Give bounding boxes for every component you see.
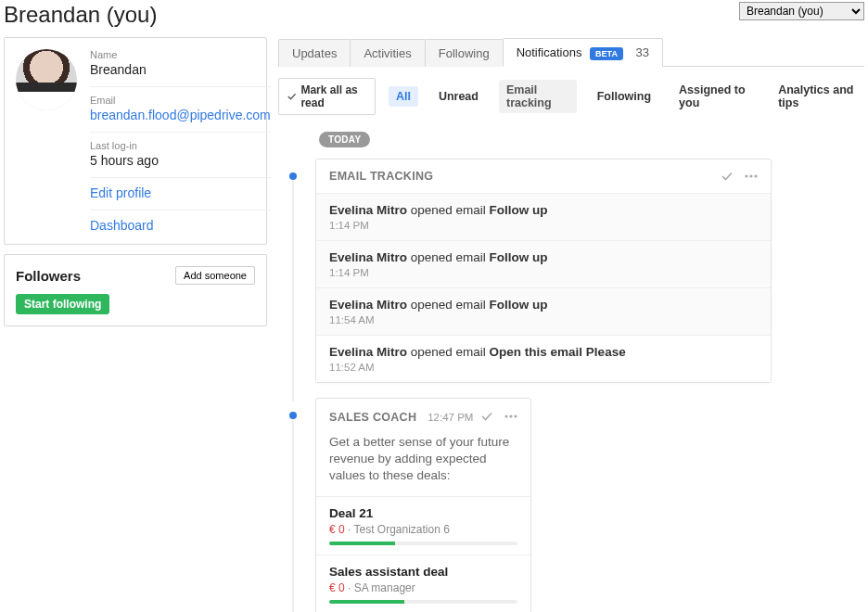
- filter-assigned[interactable]: Assigned to you: [671, 80, 758, 113]
- check-icon: [287, 91, 296, 102]
- mark-read-icon[interactable]: [721, 170, 734, 183]
- notifications-count: 33: [636, 45, 649, 59]
- event-text: Evelina Mitro opened email Open this ema…: [329, 345, 758, 359]
- sales-coach-card: SALES COACH 12:47 PM: [315, 398, 531, 612]
- mark-read-icon[interactable]: [480, 410, 493, 423]
- event-time: 11:52 AM: [329, 362, 758, 373]
- event-text: Evelina Mitro opened email Follow up: [329, 203, 758, 217]
- email-label: Email: [90, 95, 271, 106]
- deal-sub: € 0 · SA manager: [329, 581, 517, 594]
- svg-point-1: [749, 174, 752, 177]
- user-switcher-select[interactable]: Breandan (you): [739, 2, 864, 20]
- tab-notifications[interactable]: Notifications BETA 33: [503, 38, 663, 67]
- lastlogin-label: Last log-in: [90, 140, 271, 151]
- dashboard-link[interactable]: Dashboard: [90, 218, 154, 233]
- svg-point-3: [504, 414, 507, 417]
- event-time: 1:14 PM: [329, 220, 758, 231]
- deal-progress-bar: [329, 542, 517, 545]
- deal-progress-bar: [329, 600, 517, 604]
- svg-point-4: [509, 414, 512, 417]
- tab-activities[interactable]: Activities: [350, 39, 425, 67]
- unread-dot-icon: [289, 412, 297, 419]
- filter-all[interactable]: All: [389, 86, 418, 107]
- email-event-row[interactable]: Evelina Mitro opened email Open this ema…: [316, 335, 771, 382]
- followers-title: Followers: [16, 268, 81, 284]
- tab-updates[interactable]: Updates: [278, 39, 351, 67]
- beta-badge: BETA: [590, 47, 623, 60]
- mark-all-read-label: Mark all as read: [300, 83, 366, 109]
- deal-name: Sales assistant deal: [329, 565, 517, 579]
- svg-point-5: [514, 414, 517, 417]
- timeline-line: [292, 419, 294, 612]
- filter-following[interactable]: Following: [590, 86, 658, 107]
- coach-text: Get a better sense of your future revenu…: [329, 434, 517, 485]
- start-following-button[interactable]: Start following: [16, 294, 109, 314]
- deal-row[interactable]: Sales assistant deal€ 0 · SA manager: [316, 555, 530, 612]
- svg-point-2: [754, 174, 757, 177]
- email-event-row[interactable]: Evelina Mitro opened email Follow up1:14…: [316, 240, 771, 287]
- card-time: 12:47 PM: [428, 412, 473, 423]
- more-icon[interactable]: [504, 414, 517, 418]
- mark-all-read-button[interactable]: Mark all as read: [278, 78, 376, 115]
- deal-name: Deal 21: [329, 506, 517, 520]
- card-title: SALES COACH: [329, 411, 416, 424]
- edit-profile-link[interactable]: Edit profile: [90, 185, 151, 200]
- email-link[interactable]: breandan.flood@pipedrive.com: [90, 108, 271, 122]
- event-text: Evelina Mitro opened email Follow up: [329, 250, 758, 264]
- event-time: 1:14 PM: [329, 267, 758, 278]
- event-text: Evelina Mitro opened email Follow up: [329, 298, 758, 312]
- avatar: [16, 49, 77, 110]
- add-someone-button[interactable]: Add someone: [175, 266, 255, 285]
- date-pill-today: TODAY: [319, 132, 370, 147]
- filters-row: Mark all as read All Unread Email tracki…: [278, 67, 864, 126]
- filter-unread[interactable]: Unread: [431, 86, 486, 107]
- filter-email-tracking[interactable]: Email tracking: [499, 80, 577, 113]
- event-time: 11:54 AM: [329, 314, 758, 325]
- lastlogin-value: 5 hours ago: [90, 153, 271, 168]
- more-icon[interactable]: [745, 174, 758, 178]
- email-event-row[interactable]: Evelina Mitro opened email Follow up1:14…: [316, 193, 771, 240]
- filter-analytics[interactable]: Analytics and tips: [771, 80, 864, 113]
- timeline-line: [292, 180, 294, 402]
- deal-sub: € 0 · Test Organization 6: [329, 523, 517, 536]
- tab-following[interactable]: Following: [425, 39, 504, 67]
- tabs: Updates Activities Following Notificatio…: [278, 37, 864, 67]
- page-title: Breandan (you): [4, 2, 157, 28]
- deal-row[interactable]: Deal 21€ 0 · Test Organization 6: [316, 496, 530, 555]
- unread-dot-icon: [289, 172, 297, 180]
- name-value: Breandan: [90, 62, 271, 77]
- svg-point-0: [745, 174, 747, 177]
- followers-panel: Followers Add someone Start following: [4, 254, 267, 326]
- email-tracking-card: EMAIL TRACKING Evelina Mitro opened emai…: [315, 159, 772, 383]
- profile-panel: Name Breandan Email breandan.flood@piped…: [4, 37, 267, 245]
- card-title: EMAIL TRACKING: [329, 170, 433, 183]
- tab-notifications-label: Notifications: [517, 45, 582, 59]
- name-label: Name: [90, 49, 271, 60]
- email-event-row[interactable]: Evelina Mitro opened email Follow up11:5…: [316, 287, 771, 335]
